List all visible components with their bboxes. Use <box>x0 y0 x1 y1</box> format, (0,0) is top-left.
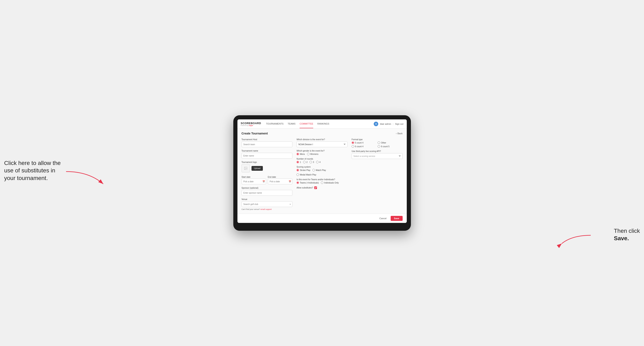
rounds-label: Number of rounds <box>296 158 348 160</box>
rounds-3-radio[interactable] <box>310 161 312 163</box>
sponsor-group: Sponsor (optional) <box>242 187 292 196</box>
save-button[interactable]: Save <box>391 216 403 221</box>
format-5count4[interactable]: 5 count 4 <box>352 142 376 144</box>
scoring-medal[interactable]: Medal Match Play <box>296 173 316 176</box>
teams-label: Is this event for Teams and/or Individua… <box>296 178 348 181</box>
annotation-right: Then click Save. <box>614 227 640 242</box>
gender-label: Which gender is the event for? <box>296 150 348 152</box>
individuals-only[interactable]: Individuals Only <box>321 181 339 184</box>
start-date-wrap: 📅 <box>242 178 266 184</box>
rounds-3[interactable]: 3 <box>310 161 314 163</box>
rounds-4[interactable]: 4 <box>316 161 321 163</box>
logo-powered: Powered by clippd <box>241 125 261 126</box>
tournament-name-input[interactable] <box>242 153 292 159</box>
annotation-left: Click here to allow the use of substitut… <box>4 159 62 182</box>
scoring-medal-radio[interactable] <box>296 173 299 176</box>
tournament-logo-label: Tournament logo <box>242 161 292 163</box>
gender-mens[interactable]: Mens <box>296 153 305 155</box>
scoring-api-group: Use third-party live scoring API? Select… <box>352 150 403 159</box>
division-select[interactable]: NCAA Division I <box>296 142 348 147</box>
nav-item-committee[interactable]: COMMITTEE <box>300 120 313 128</box>
tournament-name-group: Tournament name <box>242 150 292 159</box>
upload-button[interactable]: Upload <box>252 166 263 171</box>
sponsor-label: Sponsor (optional) <box>242 187 292 189</box>
format-6count5[interactable]: 6 count 5 <box>378 145 402 148</box>
gender-mens-radio[interactable] <box>296 153 299 155</box>
logo-area: SCOREBOARD Powered by clippd <box>241 122 261 126</box>
rounds-1[interactable]: 1 <box>296 161 301 163</box>
end-date-input[interactable] <box>268 178 292 184</box>
tournament-logo-group: Tournament logo Upload <box>242 161 292 173</box>
gender-womens-radio[interactable] <box>307 153 310 155</box>
cancel-button[interactable]: Cancel <box>378 216 388 221</box>
gender-group: Which gender is the event for? Mens Wome… <box>296 150 348 155</box>
scoring-api-select[interactable]: Select a scoring service <box>352 153 403 159</box>
nav-item-teams[interactable]: TEAMS <box>288 120 296 128</box>
format-6count4-radio[interactable] <box>352 145 354 148</box>
scoring-match[interactable]: Match Play <box>312 169 326 171</box>
logo-upload-area: Upload <box>242 164 292 173</box>
venue-label: Venue <box>242 198 292 200</box>
nav-item-rankings[interactable]: RANKINGS <box>317 120 329 128</box>
sponsor-input[interactable] <box>242 190 292 196</box>
format-options: 5 count 4 Other 6 count 4 <box>352 142 403 148</box>
nav-right: B blair admin | Sign out <box>374 122 403 126</box>
tablet-frame: SCOREBOARD Powered by clippd TOURNAMENTS… <box>233 115 411 231</box>
format-group: Format type 5 count 4 Other <box>352 138 403 148</box>
logo-placeholder-icon <box>242 164 250 173</box>
back-button[interactable]: ‹ Back <box>396 132 402 135</box>
logo-scoreboard: SCOREBOARD <box>241 122 261 125</box>
nav-items: TOURNAMENTS TEAMS COMMITTEE RANKINGS <box>266 120 374 128</box>
substitutes-group: Allow substitutes? <box>296 186 348 189</box>
teams-radio-group: Teams (+Individuals) Individuals Only <box>296 181 348 184</box>
tablet-screen: SCOREBOARD Powered by clippd TOURNAMENTS… <box>238 119 407 223</box>
substitutes-checkbox-group: Allow substitutes? <box>296 186 348 189</box>
division-label: Which division is the event for? <box>296 138 348 141</box>
left-column: Tournament Host Tournament name Tourname… <box>242 138 292 210</box>
scoring-stroke-radio[interactable] <box>296 169 299 171</box>
format-label: Format type <box>352 138 403 141</box>
tournament-host-input[interactable] <box>242 142 292 147</box>
format-5count4-radio[interactable] <box>352 142 354 144</box>
rounds-4-radio[interactable] <box>316 161 318 163</box>
user-avatar: B <box>374 122 378 126</box>
teams-plus-radio[interactable] <box>296 181 299 184</box>
scoring-radio-group: Stroke Play Match Play Medal Match Play <box>296 169 348 176</box>
middle-column: Which division is the event for? NCAA Di… <box>296 138 348 210</box>
individuals-only-radio[interactable] <box>321 181 323 184</box>
rounds-2-radio[interactable] <box>303 161 306 163</box>
tournament-host-group: Tournament Host <box>242 138 292 147</box>
teams-group: Is this event for Teams and/or Individua… <box>296 178 348 184</box>
rounds-1-radio[interactable] <box>296 161 299 163</box>
division-group: Which division is the event for? NCAA Di… <box>296 138 348 147</box>
email-support-link[interactable]: email support <box>260 208 272 210</box>
substitutes-checkbox[interactable] <box>314 186 317 189</box>
page-header: Create Tournament ‹ Back <box>242 132 403 135</box>
page-content: Create Tournament ‹ Back Tournament Host… <box>238 129 407 214</box>
format-6count4[interactable]: 6 count 4 <box>352 145 376 148</box>
nav-item-tournaments[interactable]: TOURNAMENTS <box>266 120 284 128</box>
substitutes-label: Allow substitutes? <box>296 187 313 189</box>
start-date-input[interactable] <box>242 178 266 184</box>
format-other[interactable]: Other <box>378 142 402 144</box>
arrow-right <box>560 233 593 246</box>
dates-group: Start date 📅 End date 📅 <box>242 175 292 184</box>
sign-out-link[interactable]: Sign out <box>395 123 403 125</box>
svg-point-2 <box>245 168 245 168</box>
rounds-group: Number of rounds 1 2 <box>296 158 348 163</box>
format-other-radio[interactable] <box>378 142 380 144</box>
gender-radio-group: Mens Womens <box>296 153 348 155</box>
rounds-radio-group: 1 2 3 4 <box>296 161 348 163</box>
rounds-2[interactable]: 2 <box>303 161 308 163</box>
format-6count5-radio[interactable] <box>378 145 380 148</box>
venue-help-text: Can't find your venue? email support <box>242 208 292 210</box>
scoring-stroke[interactable]: Stroke Play <box>296 169 310 171</box>
scoring-label: Scoring system <box>296 166 348 168</box>
venue-group: Venue ▾ Can't find your venue? email sup… <box>242 198 292 210</box>
end-date-group: End date 📅 <box>268 175 292 184</box>
gender-womens[interactable]: Womens <box>307 153 318 155</box>
teams-plus-individuals[interactable]: Teams (+Individuals) <box>296 181 319 184</box>
scoring-match-radio[interactable] <box>312 169 315 171</box>
date-row: Start date 📅 End date 📅 <box>242 175 292 184</box>
venue-input[interactable] <box>242 201 292 207</box>
